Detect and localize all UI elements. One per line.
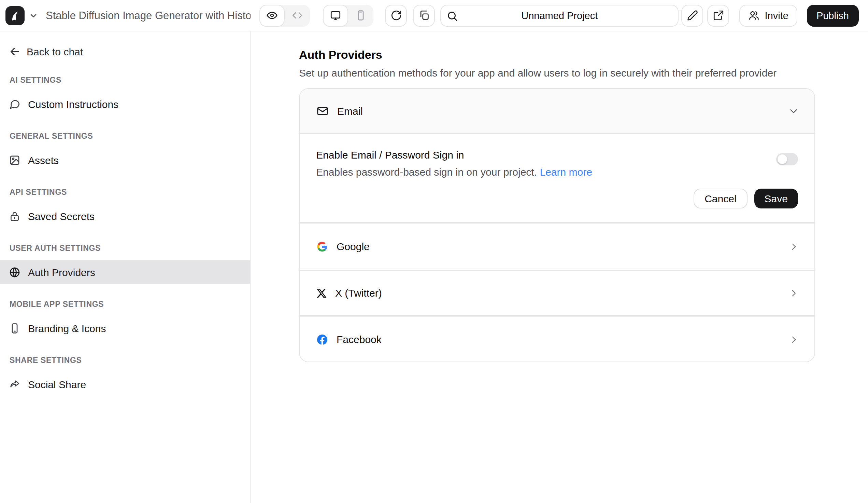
provider-label-x: X (Twitter) [335,287,382,299]
device-toggle [323,4,373,26]
email-section-body: Enable Email / Password Sign in Enables … [300,134,814,222]
sidebar-section-ai: AI SETTINGS Custom Instructions [0,74,250,115]
refresh-icon [390,10,402,21]
smartphone-icon [355,10,366,21]
sidebar-item-label: Assets [28,154,59,166]
top-bar: Stable Diffusion Image Generator with Hi… [0,0,868,31]
settings-sidebar: Back to chat AI SETTINGS Custom Instruct… [0,31,250,503]
publish-button[interactable]: Publish [807,4,858,26]
envelope-icon [316,104,329,118]
section-label: USER AUTH SETTINGS [0,243,250,253]
section-label: AI SETTINGS [0,74,250,85]
provider-row-google[interactable]: Google [300,224,814,269]
google-icon [316,240,328,252]
smartphone-icon [9,322,20,334]
preview-button[interactable] [259,4,285,26]
copy-button[interactable] [413,4,435,26]
email-toggle-title: Enable Email / Password Sign in [316,148,798,162]
sidebar-item-label: Saved Secrets [28,210,94,222]
external-link-icon [713,10,724,21]
chevron-down-icon [29,11,38,20]
monitor-icon [330,10,341,21]
project-title: Stable Diffusion Image Generator with Hi… [46,9,250,21]
provider-label-google: Google [337,241,370,252]
screen: Stable Diffusion Image Generator with Hi… [0,0,868,503]
main-content: Auth Providers Set up authentication met… [250,31,868,503]
code-view-button[interactable] [285,4,310,26]
sidebar-item-label: Auth Providers [28,266,95,278]
sidebar-item-assets[interactable]: Assets [0,148,250,172]
x-icon [316,288,327,298]
edit-button[interactable] [682,4,703,26]
sidebar-item-label: Branding & Icons [28,322,106,334]
sidebar-section-mobile: MOBILE APP SETTINGS Branding & Icons [0,299,250,340]
desktop-view-button[interactable] [323,4,348,26]
view-mode-toggle [259,4,310,26]
invite-button[interactable]: Invite [740,4,797,26]
back-to-chat[interactable]: Back to chat [0,43,250,59]
app-logo[interactable] [6,6,24,25]
arrow-left-icon [9,46,20,57]
copy-icon [418,10,430,21]
provider-label-email: Email [337,105,363,117]
logo-glyph-icon [8,9,22,22]
sidebar-item-auth-providers[interactable]: Auth Providers [0,260,250,284]
publish-label: Publish [816,10,849,21]
toolbar: Invite Publish [250,4,868,26]
email-section-header[interactable]: Email [300,89,814,134]
project-name-input[interactable] [441,5,678,26]
provider-label-facebook: Facebook [337,333,382,345]
project-header: Stable Diffusion Image Generator with Hi… [0,6,250,25]
sidebar-section-user-auth: USER AUTH SETTINGS Auth Providers [0,243,250,284]
page-subtitle: Set up authentication methods for your a… [299,66,868,80]
email-password-toggle[interactable] [776,153,798,165]
refresh-button[interactable] [385,4,407,26]
invite-label: Invite [765,10,788,21]
eye-icon [266,10,278,21]
chat-bubble-icon [9,98,20,110]
back-to-chat-label: Back to chat [27,46,83,57]
chevron-right-icon [788,334,799,345]
cancel-button[interactable]: Cancel [694,189,747,209]
sidebar-item-saved-secrets[interactable]: Saved Secrets [0,204,250,228]
project-name-bar [440,4,679,26]
share-icon [9,378,20,390]
open-external-button[interactable] [707,4,730,26]
search-icon [446,10,458,21]
provider-row-x-twitter[interactable]: X (Twitter) [300,271,814,315]
auth-providers-card: Email Enable Email / Password Sign in En… [299,88,815,362]
chevron-right-icon [788,288,799,298]
project-menu-chevron[interactable] [29,11,38,20]
sidebar-item-custom-instructions[interactable]: Custom Instructions [0,92,250,115]
sidebar-section-api: API SETTINGS Saved Secrets [0,187,250,228]
chevron-down-icon [788,105,799,117]
pencil-icon [687,10,698,21]
sidebar-item-label: Social Share [28,378,86,390]
page-title: Auth Providers [299,48,868,62]
email-section-actions: Cancel Save [316,189,798,209]
email-toggle-description: Enables password-based sign in on your p… [316,165,798,179]
image-icon [9,154,20,166]
toggle-knob [777,154,787,164]
mobile-view-button[interactable] [348,4,373,26]
code-icon [291,10,303,21]
globe-icon [9,266,20,278]
lock-icon [9,210,20,222]
chevron-right-icon [788,241,799,252]
sidebar-section-general: GENERAL SETTINGS Assets [0,131,250,172]
section-label: API SETTINGS [0,187,250,198]
provider-row-facebook[interactable]: Facebook [300,317,814,362]
sidebar-item-branding-icons[interactable]: Branding & Icons [0,316,250,340]
sidebar-item-social-share[interactable]: Social Share [0,372,250,396]
facebook-icon [316,333,328,345]
section-label: SHARE SETTINGS [0,355,250,366]
sidebar-item-label: Custom Instructions [28,98,118,110]
section-label: GENERAL SETTINGS [0,131,250,141]
save-button[interactable]: Save [754,189,798,209]
section-label: MOBILE APP SETTINGS [0,299,250,310]
sidebar-section-share: SHARE SETTINGS Social Share [0,355,250,396]
learn-more-link[interactable]: Learn more [540,166,592,178]
users-icon [748,10,760,21]
